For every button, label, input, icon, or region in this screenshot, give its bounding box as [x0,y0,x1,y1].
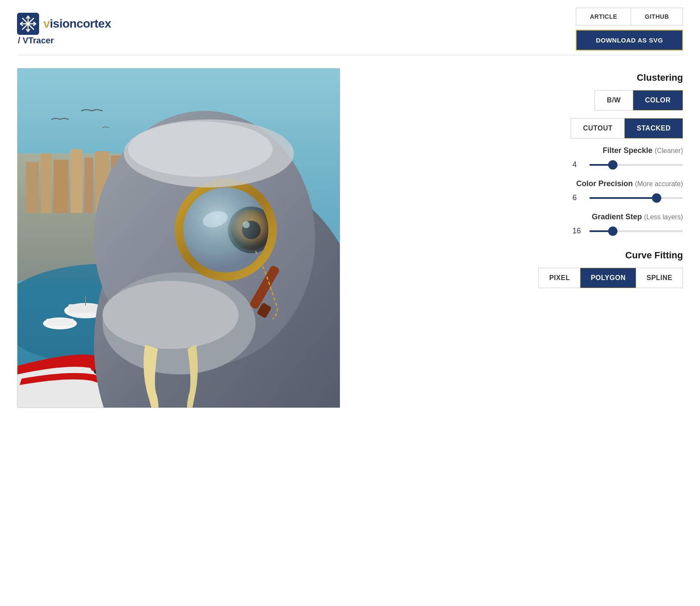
svg-rect-17 [54,160,68,213]
color-precision-fill [589,197,657,199]
gradient-step-row: 16 [357,227,683,235]
svg-point-48 [128,122,273,177]
curve-fitting-group: PIXEL POLYGON SPLINE [357,268,683,288]
bw-color-group: B/W COLOR [357,90,683,110]
filter-speckle-value: 4 [572,160,583,169]
filter-speckle-thumb[interactable] [608,160,617,170]
nav-area: ARTICLE GITHUB DOWNLOAD AS SVG [576,8,683,51]
cutout-button[interactable]: CUTOUT [571,118,624,139]
logo-area: visioncortex / VTracer [17,13,111,45]
spline-button[interactable]: SPLINE [636,268,683,288]
filter-speckle-row: 4 [357,160,683,169]
svg-rect-16 [41,153,51,213]
nav-links: ARTICLE GITHUB [576,8,683,25]
logo-subtitle: / VTracer [17,36,111,45]
filter-speckle-label: Filter Speckle (Cleaner) [357,146,683,155]
svg-point-45 [183,187,268,272]
svg-rect-18 [71,149,83,213]
github-button[interactable]: GITHUB [631,8,683,25]
stacked-button[interactable]: STACKED [624,118,683,139]
download-svg-button[interactable]: DOWNLOAD AS SVG [576,30,683,51]
controls-area: Clustering B/W COLOR CUTOUT STACKED Filt… [357,68,683,408]
bw-button[interactable]: B/W [595,90,633,110]
svg-rect-19 [85,158,93,213]
logo-top: visioncortex [17,13,111,35]
gradient-step-label: Gradient Step (Less layers) [357,212,683,221]
article-button[interactable]: ARTICLE [576,8,631,25]
gradient-step-value: 16 [572,227,583,235]
main-content: Clustering B/W COLOR CUTOUT STACKED Filt… [0,55,700,421]
cutout-stacked-group: CUTOUT STACKED [357,118,683,139]
svg-rect-15 [26,162,39,213]
curve-fitting-title: Curve Fitting [357,250,683,261]
scene-svg [17,68,340,408]
svg-point-37 [102,281,239,349]
color-precision-track [589,197,683,199]
color-precision-label: Color Precision (More accurate) [357,179,683,188]
color-precision-thumb[interactable] [652,193,661,203]
gradient-step-thumb[interactable] [608,227,617,236]
header: visioncortex / VTracer ARTICLE GITHUB DO… [0,0,700,55]
gradient-step-track [589,230,683,232]
color-precision-row: 6 [357,193,683,202]
color-precision-value: 6 [572,193,583,202]
logo-brand: visioncortex [43,17,111,31]
polygon-button[interactable]: POLYGON [580,268,636,288]
svg-rect-33 [46,319,74,326]
color-button[interactable]: COLOR [633,90,683,110]
image-area [17,68,340,408]
pixel-button[interactable]: PIXEL [538,268,580,288]
visioncortex-logo-icon [17,13,39,35]
clustering-title: Clustering [357,72,683,83]
main-image [17,68,340,408]
filter-speckle-track [589,164,683,166]
